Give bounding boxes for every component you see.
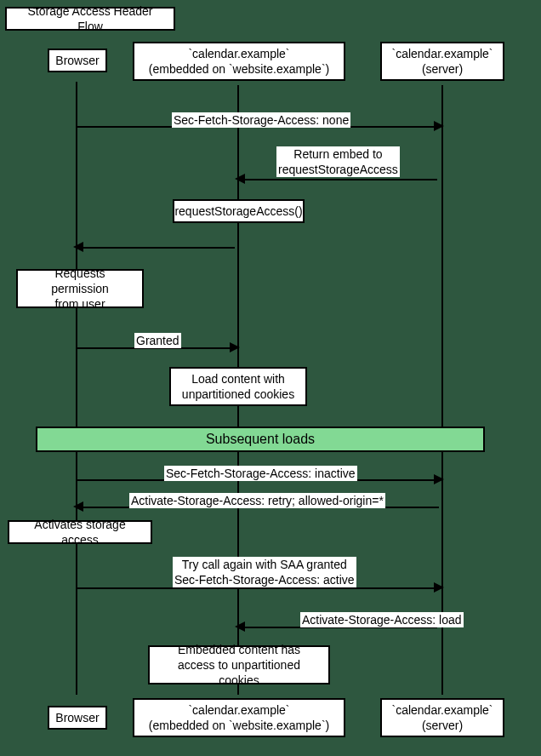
lifeline-browser xyxy=(76,82,77,695)
banner-subsequent-loads: Subsequent loads xyxy=(36,427,485,452)
box-load-content: Load content with unpartitioned cookies xyxy=(169,367,307,406)
msg-m5: Granted xyxy=(134,333,181,348)
arrowhead-m1 xyxy=(434,121,444,131)
box-requests-permission: Requests permission from user xyxy=(16,269,144,308)
diagram-title: Storage Access Header Flow xyxy=(5,7,175,31)
arrowhead-m10 xyxy=(434,582,444,593)
arrowhead-m5 xyxy=(230,342,240,352)
participant-server-top: `calendar.example` (server) xyxy=(380,42,504,81)
msg-m10: Try call again with SAA granted Sec-Fetc… xyxy=(173,557,356,587)
arrowhead-m8 xyxy=(73,501,83,512)
msg-m2: Return embed to requestStorageAccess xyxy=(276,146,400,177)
lifeline-server xyxy=(441,85,443,695)
arrow-m3 xyxy=(77,247,235,249)
box-request-storage-access: requestStorageAccess() xyxy=(173,199,305,223)
participant-server-line2: (server) xyxy=(391,61,493,77)
participant-embed-top: `calendar.example` (embedded on `website… xyxy=(133,42,345,81)
participant-embed-line2: (embedded on `website.example`) xyxy=(149,61,329,77)
participant-browser-bottom: Browser xyxy=(48,706,107,730)
arrow-m2 xyxy=(238,179,437,180)
participant-browser-label: Browser xyxy=(55,53,99,68)
msg-m8: Activate-Storage-Access: retry; allowed-… xyxy=(129,493,385,508)
box-embedded-content-access: Embedded content has access to unpartiti… xyxy=(148,645,330,684)
arrowhead-m2 xyxy=(235,174,245,184)
arrowhead-m11 xyxy=(235,621,245,632)
msg-m1: Sec-Fetch-Storage-Access: none xyxy=(172,112,350,128)
box-activates-storage-access: Activates storage access xyxy=(8,520,152,544)
diagram-title-text: Storage Access Header Flow xyxy=(14,3,167,34)
participant-server-bottom: `calendar.example` (server) xyxy=(380,698,504,737)
arrowhead-m3 xyxy=(73,242,83,252)
arrowhead-m7 xyxy=(434,474,444,484)
participant-embed-bottom: `calendar.example` (embedded on `website… xyxy=(133,698,345,737)
participant-browser-top: Browser xyxy=(48,49,107,72)
participant-server-line1: `calendar.example` xyxy=(391,46,493,61)
msg-m7: Sec-Fetch-Storage-Access: inactive xyxy=(164,466,357,481)
participant-embed-line1: `calendar.example` xyxy=(149,46,329,61)
msg-m11: Activate-Storage-Access: load xyxy=(300,612,464,627)
